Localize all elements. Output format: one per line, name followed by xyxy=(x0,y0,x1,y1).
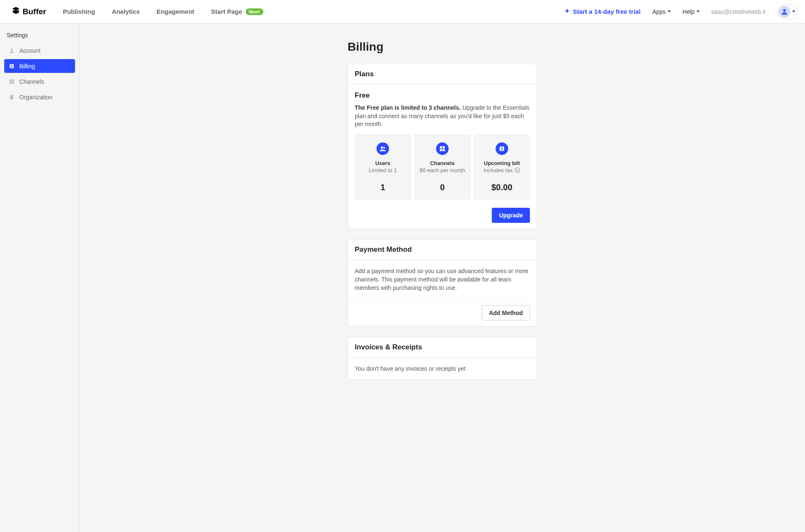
invoices-card: Invoices & Receipts You don't have any i… xyxy=(348,337,537,380)
nav-label: Publishing xyxy=(63,8,95,15)
account-menu[interactable] xyxy=(777,5,798,19)
payment-body-text: Add a payment method so you can use adva… xyxy=(355,267,530,292)
sidebar-item-label: Billing xyxy=(19,63,35,70)
sidebar-item-label: Account xyxy=(19,47,41,54)
svg-text:$: $ xyxy=(501,147,503,151)
svg-rect-6 xyxy=(10,82,12,84)
new-badge: New! xyxy=(246,8,263,15)
start-trial-link[interactable]: Start a 14-day free trial xyxy=(564,8,641,15)
svg-point-0 xyxy=(783,9,786,12)
add-method-button[interactable]: Add Method xyxy=(482,305,530,320)
plan-stats: Users Limited to 1 1 Channels $0 each pe… xyxy=(355,134,530,199)
top-header: Buffer Publishing Analytics Engagement S… xyxy=(0,0,805,23)
nav-label: Start Page xyxy=(211,8,242,15)
bolt-icon xyxy=(564,8,570,15)
caret-down-icon xyxy=(792,10,795,13)
payment-card-title: Payment Method xyxy=(348,240,537,260)
caret-down-icon xyxy=(696,10,700,13)
stat-subtitle: Limited to 1 xyxy=(358,167,407,173)
svg-rect-12 xyxy=(12,97,13,97)
svg-rect-4 xyxy=(10,80,12,82)
stat-channels: Channels $0 each per month 0 xyxy=(414,134,470,199)
sidebar-item-account[interactable]: Account xyxy=(4,44,75,57)
account-email: saas@creativeweb.it xyxy=(712,8,766,15)
stat-value: $0.00 xyxy=(478,183,526,192)
plan-description: The Free plan is limited to 3 channels. … xyxy=(355,104,530,129)
stat-subtitle: Includes tax ? xyxy=(478,167,526,173)
plans-card: Plans Free The Free plan is limited to 3… xyxy=(348,64,537,229)
help-menu[interactable]: Help xyxy=(683,8,700,15)
brand-logo[interactable]: Buffer xyxy=(12,6,46,17)
nav-analytics[interactable]: Analytics xyxy=(112,8,140,15)
help-label: Help xyxy=(683,8,695,15)
svg-rect-9 xyxy=(11,96,11,96)
svg-rect-11 xyxy=(11,97,11,97)
stat-upcoming-bill: $ Upcoming bill Includes tax ? $0.00 xyxy=(474,134,530,199)
sidebar-item-label: Organization xyxy=(19,94,52,101)
svg-rect-18 xyxy=(443,149,445,151)
svg-rect-8 xyxy=(10,95,13,100)
svg-text:$: $ xyxy=(11,65,13,68)
svg-point-1 xyxy=(11,49,13,51)
sidebar-item-organization[interactable]: Organization xyxy=(4,90,75,104)
grid-icon xyxy=(8,78,15,85)
person-icon xyxy=(8,47,15,54)
stat-title: Upcoming bill xyxy=(478,160,526,166)
plan-name: Free xyxy=(355,91,530,100)
stat-sub-text: Includes tax xyxy=(483,167,512,173)
stat-subtitle: $0 each per month xyxy=(418,167,467,173)
brand-name: Buffer xyxy=(23,7,46,16)
svg-rect-15 xyxy=(440,146,442,148)
settings-sidebar: Settings Account $ Billing Channels Orga… xyxy=(0,23,80,532)
plans-card-title: Plans xyxy=(348,64,537,85)
dollar-icon: $ xyxy=(8,63,15,70)
sidebar-item-billing[interactable]: $ Billing xyxy=(4,59,75,73)
nav-label: Engagement xyxy=(156,8,194,15)
sidebar-item-channels[interactable]: Channels xyxy=(4,75,75,88)
apps-menu[interactable]: Apps xyxy=(652,8,671,15)
nav-publishing[interactable]: Publishing xyxy=(63,8,95,15)
nav-label: Analytics xyxy=(112,8,140,15)
users-icon xyxy=(377,142,389,155)
help-icon[interactable]: ? xyxy=(514,167,520,173)
stat-value: 1 xyxy=(358,183,407,192)
payment-method-card: Payment Method Add a payment method so y… xyxy=(348,239,537,327)
buffer-logo-icon xyxy=(12,6,23,17)
invoices-body-text: You don't have any invoices or receipts … xyxy=(355,364,530,373)
svg-point-14 xyxy=(383,147,385,149)
svg-rect-7 xyxy=(12,82,14,84)
upgrade-button[interactable]: Upgrade xyxy=(492,208,530,223)
plan-description-bold: The Free plan is limited to 3 channels. xyxy=(355,104,461,111)
svg-rect-17 xyxy=(440,149,442,151)
avatar xyxy=(779,6,790,18)
svg-point-13 xyxy=(381,146,383,148)
apps-label: Apps xyxy=(652,8,666,15)
svg-rect-16 xyxy=(443,146,445,148)
building-icon xyxy=(8,94,15,101)
svg-rect-5 xyxy=(12,80,14,82)
invoices-card-title: Invoices & Receipts xyxy=(348,337,537,358)
stat-users: Users Limited to 1 1 xyxy=(355,134,411,199)
primary-nav: Publishing Analytics Engagement Start Pa… xyxy=(63,8,263,15)
sidebar-title: Settings xyxy=(4,30,75,44)
caret-down-icon xyxy=(667,10,671,13)
sidebar-item-label: Channels xyxy=(19,78,44,85)
trial-label: Start a 14-day free trial xyxy=(573,8,641,15)
bill-icon: $ xyxy=(496,142,508,155)
svg-rect-10 xyxy=(12,96,13,96)
stat-value: 0 xyxy=(418,183,467,192)
channels-icon xyxy=(436,142,449,155)
stat-title: Channels xyxy=(418,160,467,166)
page-title: Billing xyxy=(348,40,537,54)
nav-engagement[interactable]: Engagement xyxy=(156,8,194,15)
header-right: Start a 14-day free trial Apps Help saas… xyxy=(564,5,798,19)
stat-title: Users xyxy=(358,160,407,166)
nav-start-page[interactable]: Start Page New! xyxy=(211,8,263,15)
main-content: Billing Plans Free The Free plan is limi… xyxy=(80,23,805,532)
